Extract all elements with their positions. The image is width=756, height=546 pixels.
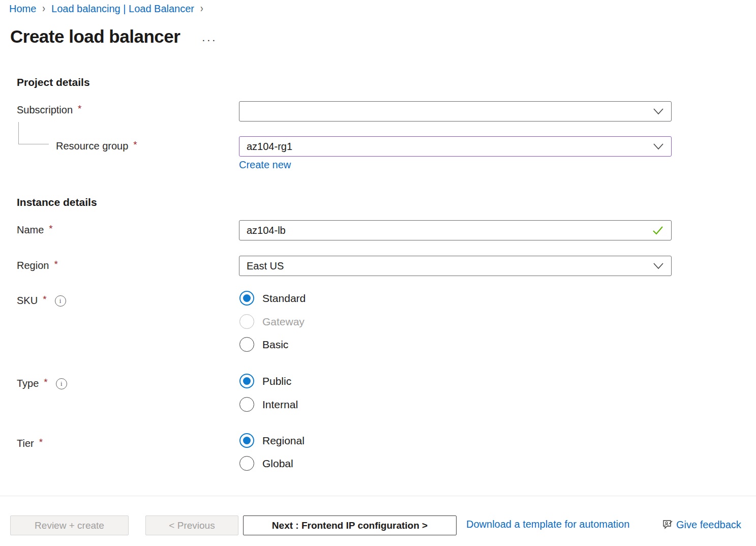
- project-details-heading: Project details: [17, 76, 90, 88]
- radio-selected-icon: [239, 374, 254, 388]
- resource-group-dropdown[interactable]: az104-rg1: [239, 136, 672, 157]
- review-create-button[interactable]: Review + create: [10, 515, 129, 535]
- subscription-label: Subscription*: [17, 104, 81, 116]
- required-asterisk: *: [78, 103, 81, 114]
- required-asterisk: *: [133, 139, 137, 150]
- region-dropdown[interactable]: East US: [239, 256, 672, 276]
- radio-unselected-icon: [239, 397, 254, 412]
- next-frontend-ip-button[interactable]: Next : Frontend IP configuration >: [243, 515, 457, 535]
- type-option-public[interactable]: Public: [239, 374, 291, 388]
- instance-details-heading: Instance details: [17, 196, 97, 208]
- chevron-down-icon: [653, 107, 664, 115]
- resource-group-connector-line: [18, 122, 49, 144]
- required-asterisk: *: [44, 377, 47, 388]
- create-new-link[interactable]: Create new: [239, 159, 291, 171]
- create-load-balancer-page: Home › Load balancing | Load Balancer › …: [0, 0, 756, 546]
- chevron-down-icon: [653, 262, 664, 270]
- required-asterisk: *: [43, 294, 46, 305]
- sku-label: SKU* i: [17, 295, 66, 307]
- sku-option-basic[interactable]: Basic: [239, 337, 288, 352]
- radio-selected-icon: [239, 433, 254, 448]
- resource-group-label: Resource group*: [56, 140, 137, 152]
- more-options-icon[interactable]: ···: [202, 29, 218, 45]
- radio-unselected-icon: [239, 456, 254, 471]
- type-option-internal[interactable]: Internal: [239, 397, 298, 412]
- radio-selected-icon: [239, 291, 254, 306]
- feedback-person-icon: [662, 519, 674, 531]
- give-feedback-link[interactable]: Give feedback: [662, 519, 741, 531]
- tier-option-global[interactable]: Global: [239, 456, 293, 471]
- region-value: East US: [247, 260, 653, 272]
- sku-option-standard[interactable]: Standard: [239, 291, 306, 306]
- breadcrumb-home-link[interactable]: Home: [9, 3, 36, 15]
- required-asterisk: *: [49, 223, 52, 234]
- required-asterisk: *: [39, 437, 43, 448]
- subscription-dropdown[interactable]: [239, 101, 672, 122]
- name-input[interactable]: az104-lb: [239, 220, 672, 240]
- tier-option-regional[interactable]: Regional: [239, 433, 305, 448]
- breadcrumb: Home › Load balancing | Load Balancer ›: [9, 3, 204, 15]
- region-label: Region*: [17, 260, 58, 271]
- chevron-down-icon: [653, 142, 664, 150]
- chevron-right-icon: ›: [41, 3, 46, 15]
- radio-unselected-icon: [239, 337, 254, 352]
- required-asterisk: *: [54, 259, 57, 270]
- resource-group-value: az104-rg1: [247, 141, 653, 153]
- page-title: Create load balancer: [10, 26, 180, 47]
- valid-checkmark-icon: [652, 225, 664, 235]
- tier-label: Tier*: [17, 438, 43, 449]
- radio-disabled-icon: [239, 314, 254, 329]
- chevron-right-icon: ›: [199, 3, 204, 15]
- name-value: az104-lb: [247, 225, 652, 236]
- type-label: Type* i: [17, 378, 67, 389]
- download-template-link[interactable]: Download a template for automation: [466, 519, 629, 530]
- info-icon[interactable]: i: [56, 378, 67, 389]
- name-label: Name*: [17, 224, 53, 236]
- breadcrumb-load-balancing-link[interactable]: Load balancing | Load Balancer: [51, 3, 194, 15]
- sku-option-gateway: Gateway: [239, 314, 305, 329]
- info-icon[interactable]: i: [55, 295, 66, 307]
- previous-button[interactable]: < Previous: [145, 515, 238, 535]
- footer-divider: [0, 496, 756, 496]
